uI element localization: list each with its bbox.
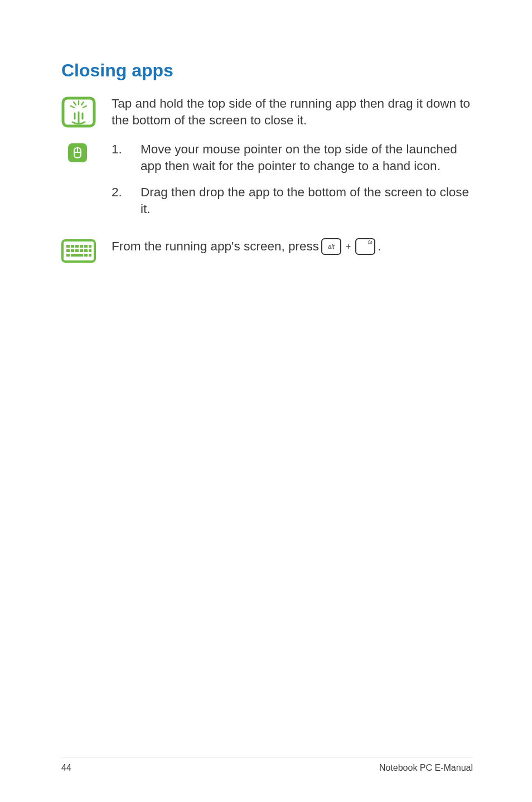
touch-icon — [61, 95, 112, 130]
page-footer: 44 Notebook PC E-Manual — [61, 757, 473, 773]
svg-rect-23 — [71, 254, 83, 257]
svg-rect-17 — [71, 249, 74, 252]
touch-text: Tap and hold the top side of the running… — [112, 95, 473, 129]
step-number: 2. — [112, 184, 141, 218]
keyboard-icon — [61, 238, 112, 265]
svg-line-3 — [81, 102, 84, 105]
page: Closing apps Tap and hol — [0, 0, 532, 802]
svg-line-5 — [83, 106, 86, 108]
mouse-icon — [61, 141, 112, 165]
step-text: Move your mouse pointer on the top side … — [141, 141, 473, 175]
keyboard-suffix: . — [378, 238, 381, 255]
alt-key-icon: alt — [321, 238, 341, 255]
page-number: 44 — [61, 763, 71, 773]
svg-rect-14 — [84, 245, 88, 248]
svg-rect-12 — [75, 245, 79, 248]
footer-title: Notebook PC E-Manual — [379, 763, 473, 773]
svg-rect-21 — [89, 249, 91, 252]
svg-rect-13 — [80, 245, 83, 248]
mouse-steps: 1. Move your mouse pointer on the top si… — [112, 141, 473, 227]
plus-sign: + — [346, 240, 351, 253]
list-item: 2. Drag then drop the app to the bottom … — [112, 184, 473, 218]
mouse-section: 1. Move your mouse pointer on the top si… — [61, 141, 473, 227]
svg-rect-19 — [80, 249, 83, 252]
svg-rect-20 — [84, 249, 88, 252]
svg-rect-15 — [89, 245, 91, 248]
section-heading: Closing apps — [61, 60, 473, 81]
svg-rect-16 — [66, 249, 70, 252]
svg-rect-18 — [75, 249, 79, 252]
svg-rect-25 — [89, 254, 91, 257]
svg-rect-11 — [71, 245, 74, 248]
keyboard-text: From the running app's screen, press alt… — [112, 238, 473, 255]
touch-section: Tap and hold the top side of the running… — [61, 95, 473, 130]
keyboard-prefix: From the running app's screen, press — [112, 238, 319, 255]
f4-key-icon: f4 — [355, 238, 375, 255]
step-number: 1. — [112, 141, 141, 175]
svg-line-2 — [74, 102, 76, 105]
keyboard-section: From the running app's screen, press alt… — [61, 238, 473, 265]
svg-line-4 — [71, 106, 74, 108]
svg-rect-10 — [66, 245, 70, 248]
svg-rect-22 — [66, 254, 70, 257]
svg-rect-24 — [84, 254, 88, 257]
step-text: Drag then drop the app to the bottom of … — [141, 184, 473, 218]
list-item: 1. Move your mouse pointer on the top si… — [112, 141, 473, 175]
